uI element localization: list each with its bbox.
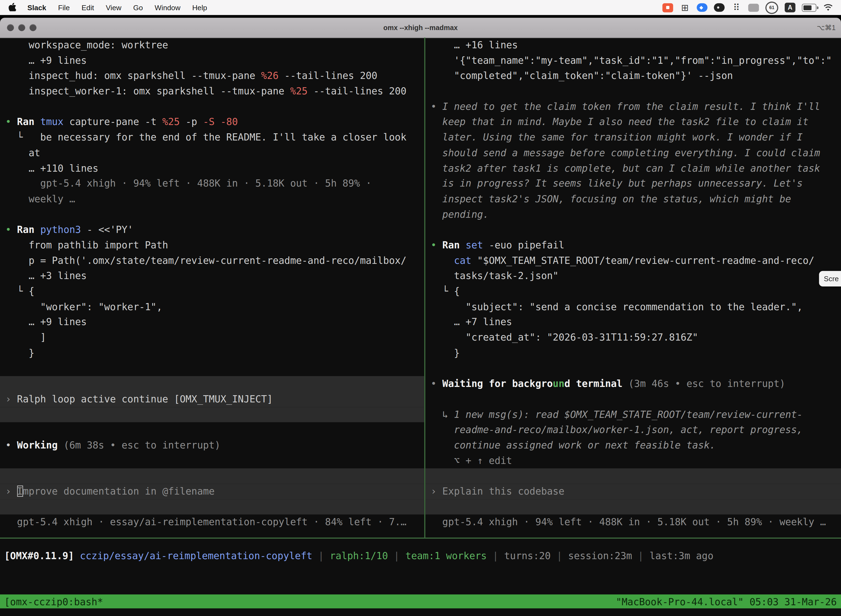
apple-menu[interactable]	[0, 2, 22, 13]
menu-slack[interactable]: Slack	[22, 4, 52, 12]
tmux-status-bar: [omx-cczip0:bash* "MacBook-Pro-44.local"…	[0, 594, 841, 609]
terminal-line: • Ran python3 - <<'PY'	[0, 222, 424, 238]
menu-go[interactable]: Go	[127, 4, 149, 12]
terminal-line: … +3 lines	[0, 268, 424, 284]
terminal-line: inspect_worker-1: omx sparkshell --tmux-…	[0, 84, 424, 99]
input-source-icon[interactable]: A	[785, 3, 796, 12]
terminal-line	[425, 499, 841, 515]
terminal-line: task2 after task1 is complete, but can I…	[425, 161, 841, 176]
terminal-line: … +110 lines	[0, 161, 424, 176]
terminal-line: └ {	[0, 284, 424, 299]
terminal-line: • Working (6m 38s • esc to interrupt)	[0, 438, 424, 453]
terminal-line: "worker": "worker-1",	[0, 299, 424, 315]
terminal-line: }	[425, 345, 841, 361]
menu-file[interactable]: File	[52, 4, 76, 12]
battery-gauge-icon[interactable]: 61	[765, 1, 778, 14]
window-title: omx --xhigh --madmax	[0, 18, 841, 38]
terminal-line	[425, 222, 841, 238]
terminal-line: › Ralph loop active continue [OMX_TMUX_I…	[0, 392, 424, 407]
terminal-line: workspace_mode: worktree	[0, 38, 424, 53]
terminal-line: gpt-5.4 xhigh · essay/ai-reimplementatio…	[0, 515, 424, 530]
terminal-line: › Explain this codebase	[425, 484, 841, 499]
terminal-line: pending.	[425, 207, 841, 222]
terminal-line	[0, 376, 424, 392]
dots-grid-icon[interactable]	[731, 1, 742, 14]
terminal-line: weekly …	[0, 192, 424, 207]
terminal-line	[425, 84, 841, 99]
terminal-line	[0, 422, 424, 438]
terminal-line: cat "$OMX_TEAM_STATE_ROOT/team/review-cu…	[425, 253, 841, 268]
apple-logo-icon	[9, 2, 16, 13]
terminal-line: … +9 lines	[0, 53, 424, 69]
terminal-line	[0, 407, 424, 422]
menu-help[interactable]: Help	[186, 4, 213, 12]
terminal-line: … +7 lines	[425, 315, 841, 330]
menu-view[interactable]: View	[100, 4, 127, 12]
terminal-line: [OMX#0.11.9] cczip/essay/ai-reimplementa…	[4, 549, 714, 564]
terminal-line: from pathlib import Path	[0, 238, 424, 253]
terminal-line: should send a message before completing …	[425, 145, 841, 161]
terminal-line: continue assigned work or next feasible …	[425, 438, 841, 453]
terminal-line	[0, 207, 424, 222]
menu-edit[interactable]: Edit	[76, 4, 100, 12]
terminal-line: keep that in mind. Maybe I also need the…	[425, 114, 841, 130]
terminal-line: at	[0, 145, 424, 161]
terminal-line: • I need to get the claim token from the…	[425, 99, 841, 114]
terminal-pane-right[interactable]: … +16 lines '{"team_name":"my-team","tas…	[425, 38, 841, 538]
terminal-line: └ be necessary for the end of the README…	[0, 130, 424, 145]
terminal-line	[0, 99, 424, 114]
terminal-line	[0, 453, 424, 469]
terminal-line: › Improve documentation in @filename	[0, 484, 424, 499]
window-titlebar[interactable]: omx --xhigh --madmax ⌥⌘1	[0, 18, 841, 38]
battery-icon[interactable]	[802, 4, 816, 12]
screen-notification: Scre	[819, 271, 841, 286]
wifi-icon[interactable]	[823, 1, 834, 14]
window-shortcut-label: ⌥⌘1	[817, 18, 835, 38]
dark-app-icon[interactable]	[714, 3, 725, 12]
terminal-line: is in progress? It seems likely but perh…	[425, 176, 841, 192]
omx-status-pane: [OMX#0.11.9] cczip/essay/ai-reimplementa…	[4, 549, 714, 564]
terminal-line: "subject": "send a concise recommendatio…	[425, 299, 841, 315]
menu-window[interactable]: Window	[149, 4, 186, 12]
tmux-host-clock-label: "MacBook-Pro-44.local" 05:03 31-Mar-26	[616, 596, 841, 607]
menu-bar: SlackFileEditViewGoWindowHelp 61A	[0, 0, 841, 15]
terminal-line: tasks/task-2.json"	[425, 268, 841, 284]
terminal-line: … +16 lines	[425, 38, 841, 53]
terminal-line: … +9 lines	[0, 315, 424, 330]
terminal-line: readme-and-reco/mailbox/worker-1.json, a…	[425, 422, 841, 438]
terminal-line: inspect task2's JSON, focusing on the st…	[425, 192, 841, 207]
grid-app-icon[interactable]	[680, 1, 690, 14]
screen-recording-stop-icon[interactable]	[662, 3, 673, 12]
terminal-line: • Ran set -euo pipefail	[425, 238, 841, 253]
terminal-line: ↳ 1 new msg(s): read $OMX_TEAM_STATE_ROO…	[425, 407, 841, 422]
terminal-line	[425, 392, 841, 407]
pane-border-vertical[interactable]	[424, 38, 425, 538]
terminal-line: • Waiting for background terminal (3m 46…	[425, 376, 841, 392]
terminal-line: inspect_hud: omx sparkshell --tmux-pane …	[0, 69, 424, 84]
terminal-line: ]	[0, 330, 424, 346]
terminal-line: later. Using the same for transition mig…	[425, 130, 841, 145]
terminal-line: "completed","claim_token":"claim-token"}…	[425, 69, 841, 84]
terminal-line	[0, 361, 424, 376]
terminal-window: omx --xhigh --madmax ⌥⌘1 workspace_mode:…	[0, 18, 841, 616]
terminal-line	[425, 469, 841, 484]
terminal-pane-left[interactable]: workspace_mode: worktree … +9 lines insp…	[0, 38, 424, 538]
tmux-session-label: [omx-cczip0:bash*	[0, 596, 103, 607]
terminal-line: • Ran tmux capture-pane -t %25 -p -S -80	[0, 114, 424, 130]
terminal-line: gpt-5.4 xhigh · 94% left · 488K in · 5.1…	[0, 176, 424, 192]
blue-app-icon[interactable]	[697, 3, 708, 12]
terminal-line: gpt-5.4 xhigh · 94% left · 488K in · 5.1…	[425, 515, 841, 530]
terminal-line	[425, 361, 841, 376]
terminal-line	[0, 469, 424, 484]
terminal-line: p = Path('.omx/state/team/review-current…	[0, 253, 424, 268]
terminal-line: "created_at": "2026-03-31T11:59:27.816Z"	[425, 330, 841, 346]
key-app-icon[interactable]	[748, 4, 759, 12]
terminal-line: ⌥ + ↑ edit	[425, 453, 841, 469]
pane-border-horizontal[interactable]	[0, 538, 841, 538]
terminal-line: └ {	[425, 284, 841, 299]
screen: SlackFileEditViewGoWindowHelp 61A omx --…	[0, 0, 841, 616]
terminal-line	[0, 499, 424, 515]
terminal-line: '{"team_name":"my-team","task_id":"1","f…	[425, 53, 841, 69]
terminal-line: }	[0, 345, 424, 361]
